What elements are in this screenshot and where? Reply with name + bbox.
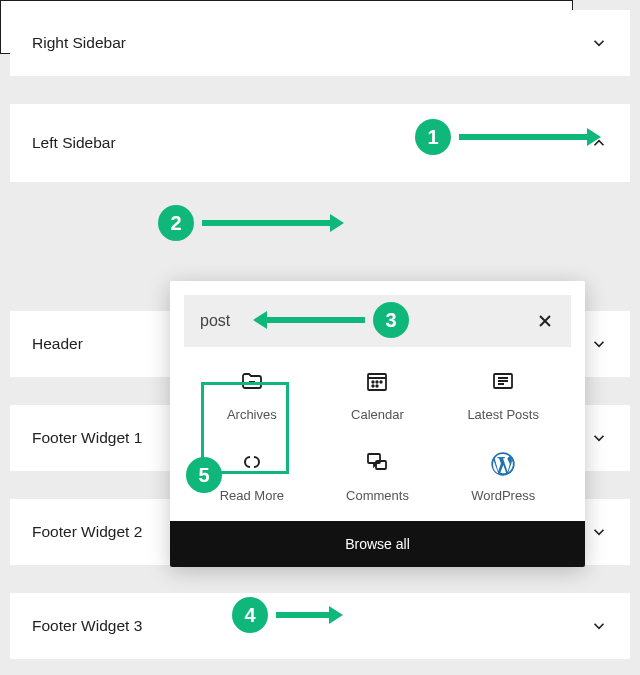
block-latest-posts[interactable]: Latest Posts [445, 369, 561, 422]
panel-title: Left Sidebar [32, 134, 116, 152]
chevron-down-icon [590, 335, 608, 353]
browse-all-label: Browse all [345, 536, 410, 552]
block-archives[interactable]: Archives [194, 369, 310, 422]
block-label: Latest Posts [467, 407, 539, 422]
clear-search-button[interactable] [535, 311, 555, 331]
block-comments[interactable]: Comments [320, 450, 436, 503]
chevron-up-icon [590, 134, 608, 152]
read-more-icon [238, 450, 266, 474]
latest-posts-icon [489, 369, 517, 393]
search-input[interactable] [200, 312, 535, 330]
calendar-icon [363, 369, 391, 393]
block-read-more[interactable]: Read More [194, 450, 310, 503]
annotation-2: 2 [158, 205, 332, 241]
wordpress-icon [489, 450, 517, 474]
panel-footer-widget-3[interactable]: Footer Widget 3 [10, 593, 630, 659]
block-label: Comments [346, 488, 409, 503]
panel-left-sidebar[interactable]: Left Sidebar [10, 104, 630, 182]
comments-icon [363, 450, 391, 474]
block-label: WordPress [471, 488, 535, 503]
inserter-search-row [184, 295, 571, 347]
block-wordpress[interactable]: WordPress [445, 450, 561, 503]
svg-point-11 [377, 385, 379, 387]
archives-icon [238, 369, 266, 393]
browse-all-button[interactable]: Browse all [170, 521, 585, 567]
panel-title: Header [32, 335, 83, 353]
svg-point-9 [381, 381, 383, 383]
inserter-results-grid: Archives Calendar Latest Posts Read More… [170, 355, 585, 521]
chevron-down-icon [590, 617, 608, 635]
panel-title: Right Sidebar [32, 34, 126, 52]
block-calendar[interactable]: Calendar [320, 369, 436, 422]
block-inserter-popover: Archives Calendar Latest Posts Read More… [170, 281, 585, 567]
svg-point-8 [377, 381, 379, 383]
block-label: Archives [227, 407, 277, 422]
panel-title: Footer Widget 2 [32, 523, 142, 541]
svg-point-7 [373, 381, 375, 383]
panel-title: Footer Widget 3 [32, 617, 142, 635]
panel-right-sidebar[interactable]: Right Sidebar [10, 10, 630, 76]
block-label: Calendar [351, 407, 404, 422]
chevron-down-icon [590, 523, 608, 541]
arrow-right-icon [202, 220, 332, 226]
panel-title: Footer Widget 1 [32, 429, 142, 447]
chevron-down-icon [590, 34, 608, 52]
svg-point-10 [373, 385, 375, 387]
annotation-number: 2 [158, 205, 194, 241]
chevron-down-icon [590, 429, 608, 447]
block-label: Read More [220, 488, 284, 503]
